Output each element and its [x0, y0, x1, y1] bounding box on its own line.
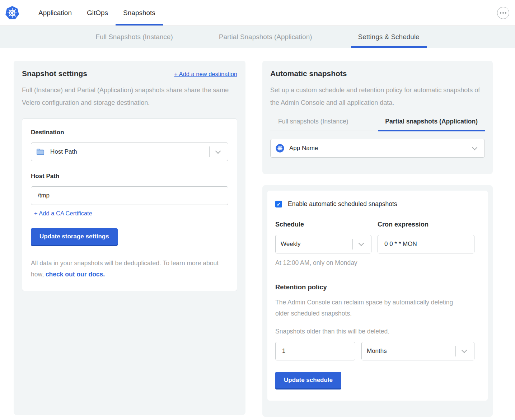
cron-human-readable: At 12:00 AM, only on Monday	[275, 259, 480, 267]
schedule-label: Schedule	[275, 221, 371, 228]
select-divider	[352, 239, 353, 249]
right-column: Automatic snapshots Set up a custom sche…	[262, 61, 493, 417]
kubernetes-logo-icon	[5, 6, 19, 20]
automatic-snapshots-description: Set up a custom schedule and retention p…	[270, 84, 480, 109]
retention-policy-description: The Admin Console can reclaim space by a…	[275, 297, 465, 319]
retention-fields: Months	[275, 342, 480, 360]
top-nav: Application GitOps Snapshots	[0, 0, 515, 25]
primary-tabs: Application GitOps Snapshots	[31, 0, 163, 25]
schedule-interval-value: Weekly	[281, 241, 300, 248]
ellipsis-icon	[505, 12, 506, 14]
folder-icon	[36, 149, 45, 155]
dedupe-note: All data in your snapshots will be dedup…	[31, 258, 228, 280]
schedule-column: Schedule Weekly	[275, 221, 371, 253]
tab-application[interactable]: Application	[31, 0, 79, 25]
update-storage-settings-button[interactable]: Update storage settings	[31, 228, 118, 245]
ellipsis-icon	[502, 12, 504, 14]
schedule-fields: Schedule Weekly Cron expression	[275, 221, 480, 253]
chevron-down-icon	[215, 148, 221, 154]
chevron-down-icon	[462, 347, 467, 353]
snapshot-type-tabs: Full snapshots (Instance) Partial snapsh…	[270, 118, 485, 131]
cron-column: Cron expression	[378, 221, 474, 253]
schedule-panel: ✓ Enable automatic scheduled snapshots S…	[262, 185, 493, 417]
snapshot-settings-header: Snapshot settings + Add a new destinatio…	[22, 69, 237, 78]
tab-snapshots[interactable]: Snapshots	[116, 0, 163, 25]
chevron-down-icon	[472, 144, 478, 150]
update-schedule-button[interactable]: Update schedule	[275, 372, 341, 388]
retention-value-input[interactable]	[275, 342, 355, 360]
snapshot-settings-panel: Snapshot settings + Add a new destinatio…	[14, 61, 245, 415]
enable-snapshots-label: Enable automatic scheduled snapshots	[288, 200, 397, 208]
snapshot-settings-title: Snapshot settings	[22, 69, 87, 78]
snapshots-subnav: Full Snapshots (Instance) Partial Snapsh…	[0, 25, 515, 48]
select-divider	[466, 143, 466, 154]
subtab-settings-schedule[interactable]: Settings & Schedule	[351, 26, 427, 48]
add-destination-link[interactable]: + Add a new destination	[174, 71, 237, 78]
subtab-partial-snapshots[interactable]: Partial Snapshots (Application)	[212, 26, 319, 48]
add-ca-certificate-link[interactable]: + Add a CA Certificate	[34, 210, 92, 217]
destination-select[interactable]: Host Path	[31, 143, 228, 161]
app-select-value: App Name	[289, 145, 318, 152]
enable-snapshots-row: ✓ Enable automatic scheduled snapshots	[275, 200, 480, 208]
subtab-full-snapshots[interactable]: Full Snapshots (Instance)	[88, 26, 180, 48]
chevron-down-icon	[359, 240, 364, 246]
retention-unit-select[interactable]: Months	[361, 342, 474, 360]
cron-expression-label: Cron expression	[378, 221, 474, 228]
retention-policy-title: Retention policy	[275, 283, 480, 291]
select-divider	[209, 146, 210, 157]
app-kubernetes-icon	[276, 144, 284, 153]
automatic-snapshots-title: Automatic snapshots	[270, 69, 485, 78]
automatic-snapshots-panel: Automatic snapshots Set up a custom sche…	[262, 61, 493, 174]
docs-link[interactable]: check out our docs.	[46, 271, 105, 278]
retention-hint: Snapshots older than this will be delete…	[275, 328, 480, 335]
cron-expression-input[interactable]	[378, 235, 474, 253]
tab-partial-snapshots-application[interactable]: Partial snapshots (Application)	[378, 118, 485, 131]
destination-label: Destination	[31, 129, 228, 136]
ellipsis-icon	[500, 12, 501, 14]
destination-select-value: Host Path	[50, 148, 77, 155]
snapshot-settings-description: Full (Instance) and Partial (Application…	[22, 84, 232, 109]
more-menu-button[interactable]	[497, 7, 509, 19]
select-divider	[455, 346, 456, 356]
enable-snapshots-checkbox[interactable]: ✓	[275, 201, 282, 207]
schedule-card: ✓ Enable automatic scheduled snapshots S…	[267, 191, 488, 401]
retention-unit-value: Months	[367, 347, 387, 355]
app-select[interactable]: App Name	[270, 139, 485, 158]
tab-full-snapshots-instance[interactable]: Full snapshots (Instance)	[270, 118, 356, 131]
host-path-label: Host Path	[31, 173, 228, 180]
schedule-interval-select[interactable]: Weekly	[275, 235, 371, 253]
host-path-input[interactable]	[31, 186, 228, 205]
main-content: Snapshot settings + Add a new destinatio…	[0, 48, 515, 420]
storage-settings-card: Destination Host Path Host Path + Add a …	[22, 118, 237, 291]
tab-gitops[interactable]: GitOps	[79, 0, 116, 25]
